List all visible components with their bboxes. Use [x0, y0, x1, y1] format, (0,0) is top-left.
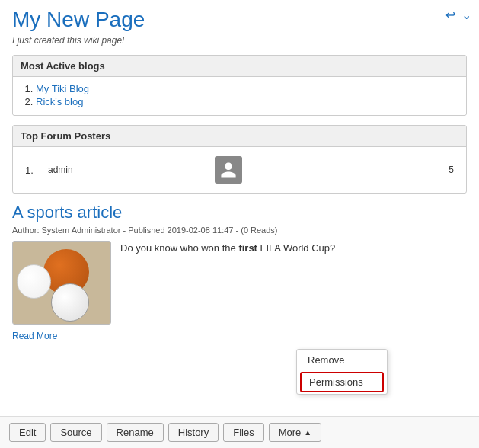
chevron-up-icon: ▲	[304, 428, 311, 437]
source-button[interactable]: Source	[50, 423, 101, 442]
article-text: Do you know who won the first FIFA World…	[120, 241, 335, 256]
article-text-block: Do you know who won the first FIFA World…	[120, 241, 335, 325]
ball-container	[13, 242, 111, 325]
permissions-menu-item[interactable]: Permissions	[300, 372, 384, 392]
files-button[interactable]: Files	[223, 423, 263, 442]
most-active-blogs-content: My Tiki Blog Rick's blog	[13, 77, 466, 115]
page-subtitle: I just created this wiki page!	[12, 35, 467, 46]
user-icon	[219, 161, 238, 179]
more-button[interactable]: More ▲	[269, 423, 322, 442]
article-text-bold: first	[238, 242, 257, 254]
rename-button[interactable]: Rename	[107, 423, 164, 442]
table-row: 1. admin 5	[21, 153, 458, 187]
bottom-toolbar: Edit Source Rename History Files More ▲	[0, 416, 479, 448]
forum-user-cell: admin	[43, 153, 210, 187]
read-more-link[interactable]: Read More	[12, 331, 467, 341]
top-forum-posters-box: Top Forum Posters 1. admin 5	[12, 125, 467, 194]
most-active-blogs-box: Most Active blogs My Tiki Blog Rick's bl…	[12, 55, 467, 116]
more-label: More	[279, 427, 302, 438]
blog-link-2[interactable]: Rick's blog	[36, 96, 83, 107]
list-item: Rick's blog	[36, 96, 458, 107]
blogs-list: My Tiki Blog Rick's blog	[36, 83, 458, 107]
remove-menu-item[interactable]: Remove	[297, 350, 387, 370]
history-button[interactable]: History	[168, 423, 219, 442]
forum-count: 5	[389, 153, 458, 187]
top-forum-posters-header: Top Forum Posters	[13, 126, 466, 147]
blog-link-1[interactable]: My Tiki Blog	[36, 83, 89, 94]
article-body: Do you know who won the first FIFA World…	[12, 241, 467, 325]
article-title: A sports article	[12, 203, 467, 222]
down-icon[interactable]: ⌄	[461, 8, 471, 22]
back-icon[interactable]: ↩	[445, 8, 455, 22]
article-text-before: Do you know who won the	[120, 242, 238, 254]
top-forum-posters-content: 1. admin 5	[13, 147, 466, 193]
baseball-ball	[17, 264, 51, 299]
soccer-ball	[51, 283, 89, 322]
page-title: My New Page	[12, 8, 467, 32]
forum-table: 1. admin 5	[21, 153, 458, 187]
dropdown-menu: Remove Permissions	[296, 349, 388, 395]
most-active-blogs-header: Most Active blogs	[13, 56, 466, 77]
avatar	[215, 156, 242, 184]
list-item: My Tiki Blog	[36, 83, 458, 94]
edit-button[interactable]: Edit	[9, 423, 46, 442]
article-text-after: FIFA World Cup?	[257, 242, 335, 254]
article-image	[12, 241, 111, 325]
forum-row-num: 1.	[21, 153, 43, 187]
forum-username: admin	[48, 165, 206, 175]
article-meta: Author: System Administrator - Published…	[12, 226, 467, 235]
